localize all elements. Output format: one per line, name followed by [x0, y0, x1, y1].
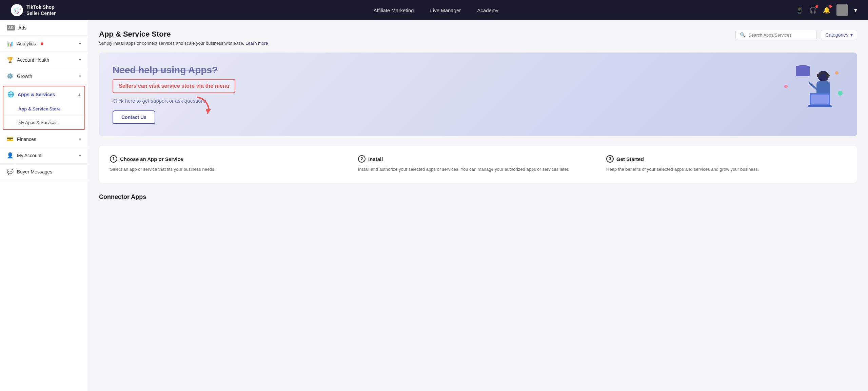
- my-account-chevron: ▾: [79, 153, 81, 158]
- hero-callout-box: Sellers can visit service store via the …: [113, 79, 235, 93]
- sidebar-item-analytics[interactable]: 📊 Analytics ▾: [0, 36, 88, 52]
- step-1-title: Choose an App or Service: [120, 156, 183, 162]
- sidebar-label-buyer-messages: Buyer Messages: [17, 169, 52, 174]
- learn-more-link[interactable]: Learn more: [245, 41, 268, 46]
- top-navigation: TikTok Shop Seller Center Affiliate Mark…: [0, 0, 868, 20]
- contact-us-button[interactable]: Contact Us: [113, 110, 155, 124]
- sidebar-item-account-health[interactable]: 🏆 Account Health ▾: [0, 52, 88, 68]
- headset-icon[interactable]: 🎧: [809, 6, 817, 14]
- sidebar-item-apps-services[interactable]: 🌐 Apps & Services ▴: [3, 86, 84, 102]
- page-subtitle: Simply install apps or connect services …: [99, 41, 268, 46]
- my-account-icon: 👤: [7, 152, 14, 159]
- step-3: 3 Get Started Reap the benefits of your …: [606, 155, 846, 173]
- nav-affiliate-marketing[interactable]: Affiliate Marketing: [374, 7, 414, 13]
- step-3-circle: 3: [606, 155, 614, 163]
- step-1-circle: 1: [110, 155, 117, 163]
- sidebar-subitem-app-service-store[interactable]: App & Service Store: [3, 102, 84, 116]
- sidebar-item-growth[interactable]: ⚙️ Growth ▾: [0, 68, 88, 84]
- nav-live-manager[interactable]: Live Manager: [430, 7, 461, 13]
- search-input[interactable]: [748, 33, 812, 38]
- svg-point-7: [826, 74, 830, 77]
- header-right: 🔍 Categories ▾: [735, 30, 857, 40]
- sidebar: AD Ads 📊 Analytics ▾ 🏆 Account Health ▾ …: [0, 20, 88, 391]
- ads-icon: AD: [7, 25, 15, 30]
- finances-icon: 💳: [7, 136, 14, 142]
- step-1-desc: Select an app or service that fits your …: [110, 166, 350, 173]
- sidebar-label-account-health: Account Health: [17, 57, 49, 63]
- apps-services-chevron: ▴: [78, 92, 80, 97]
- steps-section: 1 Choose an App or Service Select an app…: [99, 146, 857, 183]
- svg-rect-9: [811, 95, 829, 104]
- analytics-badge: [41, 42, 43, 45]
- page-header-left: App & Service Store Simply install apps …: [99, 30, 268, 46]
- sidebar-item-buyer-messages[interactable]: 💬 Buyer Messages: [0, 164, 88, 180]
- hero-banner: Need help using Apps? Sellers can visit …: [99, 53, 857, 136]
- notification-badge: [829, 5, 832, 8]
- step-2-circle: 2: [358, 155, 366, 163]
- nav-links: Affiliate Marketing Live Manager Academy: [76, 7, 796, 13]
- avatar[interactable]: [836, 4, 848, 16]
- svg-line-11: [810, 83, 816, 89]
- hero-title: Need help using Apps?: [113, 65, 588, 76]
- sidebar-label-growth: Growth: [17, 74, 32, 79]
- page-title: App & Service Store: [99, 30, 268, 39]
- tiktok-logo-icon: [11, 4, 23, 16]
- svg-rect-10: [808, 105, 832, 107]
- sidebar-item-ads[interactable]: AD Ads: [0, 20, 88, 36]
- annotation-arrow-icon: [191, 94, 214, 118]
- account-health-icon: 🏆: [7, 57, 14, 63]
- connector-apps-section: Connector Apps: [99, 193, 857, 201]
- apps-services-icon: 🌐: [7, 91, 14, 98]
- search-box: 🔍: [735, 30, 817, 40]
- finances-chevron: ▾: [79, 137, 81, 142]
- notification-icon[interactable]: 🔔: [823, 6, 830, 14]
- sidebar-label-finances: Finances: [17, 137, 36, 142]
- svg-point-14: [838, 91, 843, 96]
- growth-icon: ⚙️: [7, 73, 14, 79]
- step-1: 1 Choose an App or Service Select an app…: [110, 155, 350, 173]
- hero-illustration: [776, 59, 844, 114]
- analytics-chevron: ▾: [79, 41, 81, 46]
- page-header: App & Service Store Simply install apps …: [99, 30, 857, 46]
- svg-marker-1: [206, 109, 211, 114]
- sidebar-apps-services-section: 🌐 Apps & Services ▴ App & Service Store …: [3, 86, 85, 130]
- connector-apps-title: Connector Apps: [99, 193, 857, 201]
- main-layout: AD Ads 📊 Analytics ▾ 🏆 Account Health ▾ …: [0, 20, 868, 391]
- hero-subtitle: Click here to get support or ask questio…: [113, 98, 588, 104]
- brand-name: TikTok Shop Seller Center: [26, 4, 56, 16]
- step-2-title: Install: [368, 156, 383, 162]
- sidebar-label-my-account: My Account: [17, 153, 41, 158]
- step-3-desc: Reap the benefits of your selected apps …: [606, 166, 846, 173]
- hero-callout-text: Sellers can visit service store via the …: [119, 83, 229, 89]
- sidebar-label-apps-services: Apps & Services: [18, 92, 55, 97]
- sidebar-label-analytics: Analytics: [17, 41, 36, 46]
- nav-right-icons: 📱 🎧 🔔 ▾: [796, 4, 857, 16]
- categories-button[interactable]: Categories ▾: [821, 30, 857, 40]
- sidebar-item-my-account[interactable]: 👤 My Account ▾: [0, 147, 88, 164]
- step-2: 2 Install Install and authorize your sel…: [358, 155, 598, 173]
- buyer-messages-icon: 💬: [7, 168, 14, 175]
- logo-area[interactable]: TikTok Shop Seller Center: [11, 4, 56, 16]
- account-health-chevron: ▾: [79, 58, 81, 62]
- hero-content: Need help using Apps? Sellers can visit …: [113, 65, 588, 124]
- growth-chevron: ▾: [79, 74, 81, 79]
- account-dropdown-icon[interactable]: ▾: [854, 6, 857, 14]
- step-2-desc: Install and authorize your selected apps…: [358, 166, 598, 173]
- sidebar-label-ads: Ads: [18, 25, 26, 30]
- mobile-icon[interactable]: 📱: [796, 6, 803, 14]
- main-content: App & Service Store Simply install apps …: [88, 20, 868, 391]
- search-icon: 🔍: [740, 32, 746, 38]
- sidebar-subitem-my-apps-services[interactable]: My Apps & Services: [3, 116, 84, 129]
- hero-illustration-svg: [776, 59, 844, 114]
- headset-badge: [815, 5, 818, 8]
- categories-chevron-icon: ▾: [850, 32, 853, 38]
- sidebar-item-finances[interactable]: 💳 Finances ▾: [0, 131, 88, 147]
- svg-rect-3: [796, 66, 797, 76]
- svg-point-13: [835, 71, 839, 75]
- svg-rect-2: [796, 66, 810, 76]
- analytics-icon: 📊: [7, 40, 14, 47]
- step-3-title: Get Started: [616, 156, 644, 162]
- svg-point-12: [784, 85, 788, 88]
- svg-point-6: [817, 74, 820, 77]
- nav-academy[interactable]: Academy: [477, 7, 498, 13]
